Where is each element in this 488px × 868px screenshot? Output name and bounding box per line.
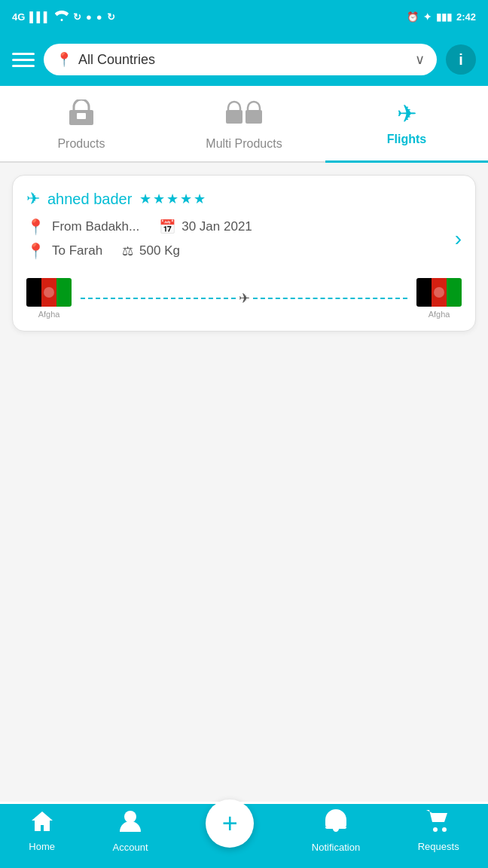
sync-icon: ↻ — [73, 11, 81, 23]
from-row: 📍 From Badakh... 📅 30 Jan 2021 — [26, 218, 462, 236]
dotted-line-left — [81, 298, 236, 299]
products-tab-icon — [66, 99, 96, 133]
tab-multi-products[interactable]: Multi Products — [163, 86, 325, 161]
flight-card: ✈ ahned bader ★★★★★ 📍 From Badakh... 📅 3… — [12, 175, 476, 332]
multi-products-tab-icon — [224, 99, 264, 133]
main-content: ✈ ahned bader ★★★★★ 📍 From Badakh... 📅 3… — [0, 163, 488, 802]
plus-icon: + — [222, 810, 238, 837]
user-name: ahned bader — [47, 191, 132, 208]
card-info: 📍 From Badakh... 📅 30 Jan 2021 📍 To Fara… — [26, 218, 462, 260]
time-display: 2:42 — [456, 11, 476, 23]
header: 📍 All Countries ∨ i — [0, 33, 488, 86]
nav-account[interactable]: Account — [113, 809, 148, 853]
card-chevron-right[interactable]: › — [455, 227, 462, 251]
svg-point-7 — [44, 287, 54, 298]
multi-products-tab-label: Multi Products — [206, 137, 282, 151]
cart-icon — [426, 810, 450, 838]
svg-rect-2 — [226, 110, 242, 124]
date-value: 30 Jan 2021 — [181, 219, 252, 234]
rating-stars: ★★★★★ — [139, 191, 207, 207]
info-icon: i — [459, 51, 463, 69]
to-row: 📍 To Farah ⚖ 500 Kg — [26, 242, 462, 260]
nav-notification[interactable]: Notification — [312, 809, 360, 853]
signal-icon: 4G — [12, 11, 25, 23]
svg-rect-4 — [26, 278, 41, 307]
from-country-label: Afgha — [38, 310, 60, 319]
add-button[interactable]: + — [206, 799, 254, 848]
svg-rect-1 — [77, 113, 86, 119]
svg-point-15 — [442, 827, 447, 832]
plane-mid-icon: ✈ — [239, 290, 250, 307]
home-icon — [30, 810, 54, 838]
nav-home[interactable]: Home — [29, 810, 55, 852]
tabs-bar: Products Multi Products ✈ Flights — [0, 86, 488, 163]
bottom-nav: Home Account + Notification — [0, 802, 488, 868]
from-flag — [26, 278, 72, 307]
status-bar: 4G ▌▌▌ ↻ ● ● ↻ ⏰ ✦ ▮▮▮ 2:42 — [0, 0, 488, 33]
to-pin-icon: 📍 — [26, 242, 44, 260]
from-flag-container: Afgha — [26, 278, 72, 319]
tab-products[interactable]: Products — [0, 86, 163, 161]
msg-icon: ● — [96, 11, 102, 23]
chevron-down-icon: ∨ — [415, 51, 425, 68]
battery-icon: ▮▮▮ — [436, 11, 452, 23]
menu-button[interactable] — [12, 53, 35, 67]
weight-value: 500 Kg — [139, 243, 180, 258]
products-tab-label: Products — [57, 137, 105, 151]
calendar-icon: 📅 — [159, 219, 175, 235]
to-flag — [416, 278, 462, 307]
flights-tab-label: Flights — [387, 133, 426, 146]
whatsapp-icon: ● — [86, 11, 92, 23]
svg-rect-13 — [325, 826, 346, 829]
account-icon — [120, 809, 141, 839]
status-right: ⏰ ✦ ▮▮▮ 2:42 — [407, 11, 476, 23]
requests-label: Requests — [418, 841, 459, 852]
status-left: 4G ▌▌▌ ↻ ● ● ↻ — [12, 11, 115, 23]
route-visual: Afgha ✈ Afgha — [26, 270, 462, 319]
tab-flights[interactable]: ✈ Flights — [325, 86, 488, 161]
from-pin-icon: 📍 — [26, 218, 44, 236]
svg-point-14 — [433, 827, 438, 832]
bluetooth-icon: ✦ — [423, 11, 432, 23]
route-line: ✈ — [81, 290, 407, 307]
notification-icon — [325, 809, 346, 839]
hamburger-line-2 — [12, 59, 35, 61]
hamburger-line-1 — [12, 53, 35, 55]
home-label: Home — [29, 841, 55, 852]
to-label: To Farah — [52, 243, 102, 258]
to-flag-container: Afgha — [416, 278, 462, 319]
from-label: From Badakh... — [52, 219, 139, 234]
svg-rect-8 — [416, 278, 432, 307]
flights-tab-icon: ✈ — [397, 99, 417, 128]
location-pin-icon: 📍 — [56, 51, 72, 68]
card-header: ✈ ahned bader ★★★★★ — [26, 189, 462, 209]
svg-rect-3 — [246, 110, 262, 124]
svg-point-11 — [434, 287, 444, 298]
data-icon: ↻ — [107, 11, 115, 23]
alarm-icon: ⏰ — [407, 11, 419, 23]
country-selector[interactable]: 📍 All Countries ∨ — [44, 44, 437, 75]
weight-icon: ⚖ — [122, 243, 133, 259]
to-country-label: Afgha — [429, 310, 450, 319]
flight-card-icon: ✈ — [26, 189, 40, 209]
network-bars: ▌▌▌ — [29, 11, 50, 23]
svg-rect-10 — [447, 278, 462, 307]
nav-requests[interactable]: Requests — [418, 810, 459, 852]
svg-point-12 — [124, 811, 136, 823]
svg-rect-6 — [56, 278, 72, 307]
info-button[interactable]: i — [446, 44, 476, 75]
hamburger-line-3 — [12, 65, 35, 67]
account-label: Account — [113, 842, 148, 853]
notification-label: Notification — [312, 842, 360, 853]
wifi-icon — [55, 11, 69, 23]
country-label: All Countries — [78, 52, 409, 68]
dotted-line-right — [253, 298, 408, 299]
